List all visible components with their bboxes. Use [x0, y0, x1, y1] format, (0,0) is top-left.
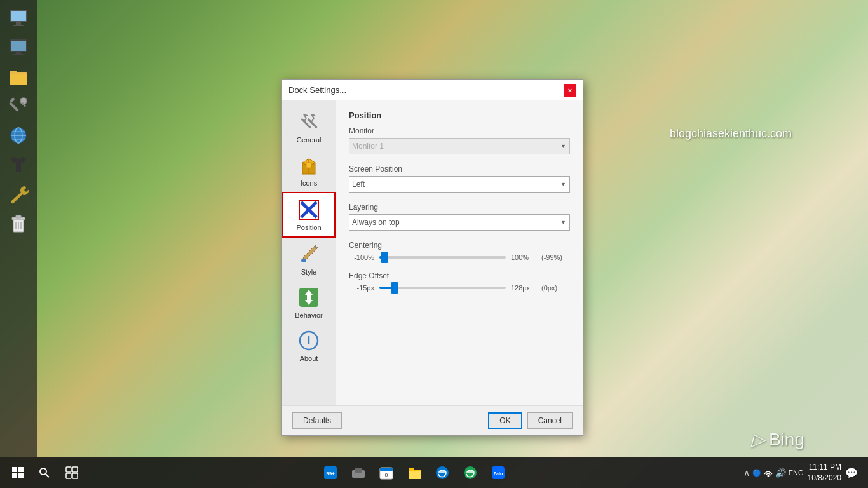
start-button[interactable] — [5, 460, 31, 485]
dialog-close-button[interactable]: × — [564, 84, 576, 97]
tray-icon-network[interactable] — [764, 468, 773, 478]
edge-offset-slider-thumb[interactable] — [391, 282, 398, 294]
taskbar-time-display: 11:11 PM — [808, 462, 841, 473]
taskbar-app-calendar[interactable]: 8 — [373, 459, 400, 486]
nav-label-general: General — [296, 136, 321, 144]
edge-offset-field-group: Edge Offset -15px 128px (0px) — [349, 271, 570, 292]
dock-icon-network[interactable] — [5, 122, 32, 149]
tray-lang[interactable]: ENG — [789, 469, 804, 477]
taskbar-app-edge-canary[interactable] — [457, 459, 484, 486]
taskbar-app-zalo[interactable]: Zalo — [485, 459, 512, 486]
cancel-button[interactable]: Cancel — [527, 412, 573, 429]
nav-item-position[interactable]: Position — [282, 192, 336, 238]
dock-icon-monitor[interactable] — [5, 5, 32, 32]
nav-label-icons: Icons — [301, 179, 317, 187]
task-view-icon — [65, 466, 78, 479]
brush-icon — [297, 243, 320, 266]
section-position-title: Position — [349, 111, 570, 120]
centering-label: Centering — [349, 241, 570, 250]
monitor-icon — [8, 8, 29, 29]
position-nav-icon — [297, 198, 320, 221]
edge-icon — [435, 465, 450, 480]
nav-item-icons[interactable]: Icons — [282, 149, 336, 192]
nav-label-behavior: Behavior — [295, 311, 322, 319]
edge-offset-label: Edge Offset — [349, 271, 570, 280]
monitor-label: Monitor — [349, 126, 570, 135]
search-icon — [39, 467, 50, 478]
bing-b-icon: ▷ — [751, 429, 765, 450]
dock-icon-wrench[interactable] — [5, 180, 32, 207]
svg-rect-50 — [66, 473, 71, 478]
dialog-title: Dock Settings... — [288, 85, 346, 95]
dock-icon-tools[interactable] — [5, 93, 32, 119]
edge-offset-max-label: 128px — [511, 284, 536, 292]
dock-icon-folder[interactable] — [5, 64, 32, 90]
svg-rect-45 — [18, 473, 24, 478]
svg-rect-44 — [12, 473, 17, 478]
svg-rect-57 — [380, 468, 393, 471]
screen-position-select[interactable]: Left Right Top Bottom — [349, 176, 570, 193]
taskbar-date-display: 10/8/2020 — [808, 473, 841, 484]
tools-nav-icon — [297, 111, 320, 133]
screen-position-field-group: Screen Position Left Right Top Bottom — [349, 165, 570, 193]
nav-item-style[interactable]: Style — [282, 238, 336, 281]
dialog-sidebar: General Icons — [282, 100, 336, 405]
taskbar-datetime[interactable]: 11:11 PM 10/8/2020 — [808, 462, 841, 484]
svg-rect-3 — [13, 25, 24, 26]
nav-item-behavior[interactable]: Behavior — [282, 281, 336, 324]
nav-label-style: Style — [301, 268, 316, 276]
edge-canary-icon — [463, 465, 478, 480]
network-status-icon — [764, 468, 773, 477]
svg-rect-5 — [11, 41, 26, 51]
behavior-nav-icon — [297, 286, 320, 309]
tray-icon-1[interactable]: ∧ — [743, 468, 750, 478]
taskbar-app-store[interactable]: 99+ — [317, 459, 344, 486]
dock-icon-tshirt[interactable] — [5, 151, 32, 178]
nav-label-position: Position — [296, 224, 321, 231]
layering-select[interactable]: Always on top Normal Below — [349, 214, 570, 231]
monitor-select-wrapper: Monitor 1 — [349, 138, 570, 154]
tray-icon-volume[interactable]: 🔊 — [775, 468, 786, 478]
edge-offset-slider[interactable] — [379, 287, 506, 289]
monitor2-icon — [8, 37, 29, 58]
notification-button[interactable]: 💬 — [845, 467, 858, 479]
monitor-select[interactable]: Monitor 1 — [349, 138, 570, 154]
svg-rect-1 — [11, 11, 26, 21]
defaults-button[interactable]: Defaults — [292, 412, 342, 429]
network-icon — [8, 125, 29, 146]
nav-label-about: About — [300, 355, 318, 362]
dock-icon-monitor2[interactable] — [5, 34, 32, 61]
ok-button[interactable]: OK — [488, 412, 522, 429]
taskbar-app-edge[interactable] — [429, 459, 456, 486]
screen-position-select-wrapper: Left Right Top Bottom — [349, 176, 570, 193]
svg-rect-51 — [72, 473, 78, 478]
centering-slider-thumb[interactable] — [381, 252, 388, 263]
about-nav-icon: i — [297, 329, 320, 352]
icons-nav-icon — [297, 154, 320, 177]
arrows-icon — [297, 286, 320, 309]
taskbar-app-counter[interactable] — [345, 459, 372, 486]
explorer-icon — [407, 465, 422, 480]
taskbar-right: ∧ 🔵 🔊 ENG 11:11 PM 10/8/2020 💬 — [743, 462, 863, 484]
tray-icon-2[interactable]: 🔵 — [752, 469, 761, 477]
screen-position-label: Screen Position — [349, 165, 570, 173]
trash-icon — [8, 213, 29, 233]
svg-text:i: i — [307, 334, 310, 346]
svg-rect-39 — [307, 295, 311, 300]
calendar-icon: 8 — [379, 465, 394, 480]
edge-offset-slider-row: -15px 128px (0px) — [349, 284, 570, 292]
svg-rect-43 — [18, 467, 24, 472]
centering-slider[interactable] — [379, 256, 506, 259]
layering-label: Layering — [349, 203, 570, 212]
svg-rect-55 — [355, 468, 362, 473]
position-x-icon — [297, 198, 320, 221]
nav-item-general[interactable]: General — [282, 105, 336, 149]
taskbar-app-explorer[interactable] — [401, 459, 428, 486]
start-icon — [11, 466, 24, 479]
task-view-button[interactable] — [58, 459, 85, 486]
nav-item-about[interactable]: i About — [282, 324, 336, 367]
wrench-icon — [8, 184, 29, 204]
search-button[interactable] — [32, 460, 57, 485]
dock-icon-trash[interactable] — [5, 210, 32, 236]
centering-field-group: Centering -100% 100% (-99%) — [349, 241, 570, 261]
